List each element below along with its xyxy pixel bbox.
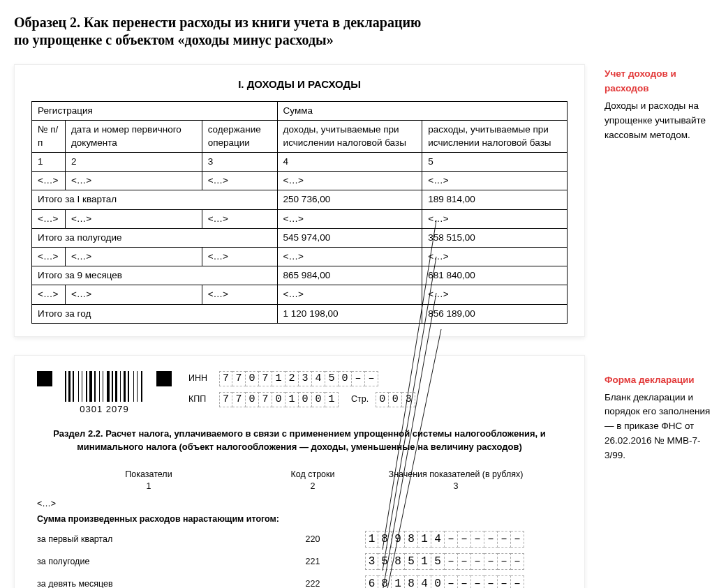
h1-row: Итого за полугодие 545 974,00 358 515,00: [32, 228, 568, 247]
num-2: 2: [65, 152, 202, 171]
ellipsis-row: <…><…><…><…><…>: [32, 172, 568, 190]
decl-row-code: 221: [260, 556, 365, 568]
hdr-reg: Регистрация: [32, 102, 278, 121]
ellipsis-row: <…><…><…><…><…>: [32, 209, 568, 228]
marker-square-right: [156, 371, 172, 386]
str-cells: 003: [376, 392, 415, 407]
col-2: дата и номер первичного документа: [65, 121, 202, 152]
ledger-table: Регистрация Сумма № п/п дата и номер пер…: [31, 101, 568, 324]
ledger-heading: I. ДОХОДЫ И РАСХОДЫ: [31, 77, 568, 91]
year-row: Итого за год 1 120 198,00 856 189,00: [32, 304, 568, 323]
decl-row-2: за девять месяцев222681840––––––: [37, 575, 562, 588]
side1-head: Учет доходов и расходов: [605, 67, 712, 96]
side2-body: Бланк декларации и порядок его заполнени…: [605, 391, 712, 464]
col-head-code: Код строки: [260, 469, 365, 481]
num-1: 1: [32, 152, 66, 171]
num-3: 3: [202, 152, 277, 171]
num-4: 4: [277, 152, 422, 171]
col-1: № п/п: [32, 121, 66, 152]
ellipsis-row: <…><…><…><…><…>: [32, 285, 568, 304]
inn-label: ИНН: [188, 372, 212, 384]
barcode: 0301 2079: [65, 371, 144, 416]
title-line-1: Образец 2. Как перенести расходы из книг…: [14, 15, 421, 30]
section-title: Раздел 2.2. Расчет налога, уплачиваемого…: [51, 428, 548, 453]
decl-row-0: за первый квартал220189814––––––: [37, 531, 562, 548]
declaration-panel: 0301 2079 ИНН 7707123450–– КПП 770701001…: [14, 355, 585, 588]
col-4: доходы, учитываемые при исчислении налог…: [277, 121, 422, 152]
page-title: Образец 2. Как перенести расходы из книг…: [14, 14, 712, 49]
num-5: 5: [422, 152, 568, 171]
kpp-label: КПП: [188, 393, 212, 405]
title-line-2: по упрощенке с объектом «доходы минус ра…: [14, 32, 334, 47]
q1-row: Итого за I квартал 250 736,00 189 814,00: [32, 190, 568, 209]
col-3: содержание операции: [202, 121, 277, 152]
marker-square-left: [37, 371, 52, 386]
col-head-pokaz: Показатели: [37, 469, 260, 481]
kpp-cells: 770701001: [219, 392, 339, 407]
ellipsis: <…>: [37, 498, 562, 510]
decl-row-1: за полугодие221358515––––––: [37, 553, 562, 570]
inn-cells: 7707123450––: [219, 371, 378, 386]
side2-head: Форма декларации: [605, 373, 712, 388]
hdr-sum: Сумма: [277, 102, 567, 121]
str-label: Стр.: [351, 393, 369, 405]
ledger-panel: I. ДОХОДЫ И РАСХОДЫ Регистрация Сумма № …: [14, 64, 585, 337]
decl-row-code: 222: [260, 578, 365, 588]
side1-body: Доходы и расходы на упрощенке учитывайте…: [605, 99, 712, 143]
decl-row-value: 681840––––––: [365, 575, 547, 588]
decl-row-value: 358515––––––: [365, 553, 547, 570]
col-5: расходы, учитываемые при исчислении нало…: [422, 121, 568, 152]
sum-line: Сумма произведенных расходов нарастающим…: [37, 513, 562, 525]
decl-row-code: 220: [260, 534, 365, 545]
decl-row-label: за полугодие: [37, 556, 260, 568]
decl-row-label: за девять месяцев: [37, 578, 260, 588]
ellipsis-row: <…><…><…><…><…>: [32, 248, 568, 266]
decl-row-label: за первый квартал: [37, 534, 260, 545]
barcode-number: 0301 2079: [80, 403, 128, 416]
decl-row-value: 189814––––––: [365, 531, 547, 548]
col-head-val: Значения показателей (в рублях): [365, 469, 547, 481]
m9-row: Итого за 9 месяцев 865 984,00 681 840,00: [32, 266, 568, 285]
